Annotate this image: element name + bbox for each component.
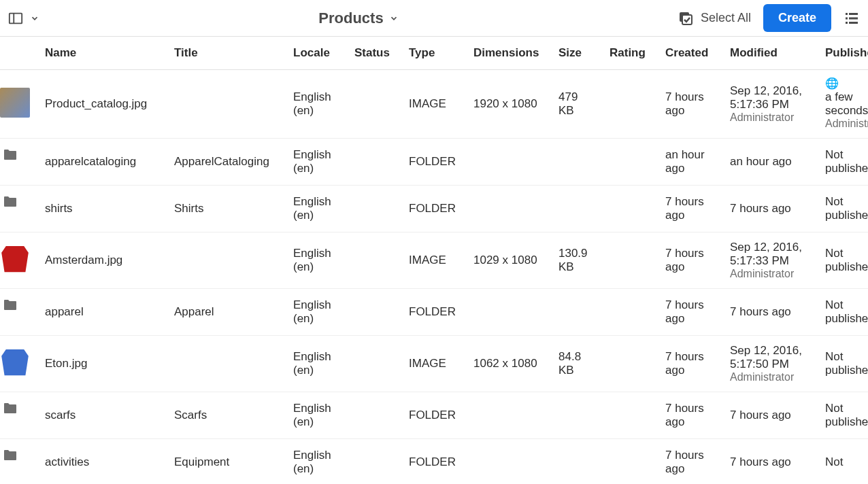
- cell-name: apparelcataloging: [38, 139, 167, 186]
- cell-dimensions: [467, 392, 552, 439]
- col-type[interactable]: Type: [402, 37, 467, 70]
- col-published[interactable]: Published: [818, 37, 868, 70]
- cell-thumb: [0, 392, 38, 439]
- cell-status: [348, 392, 402, 439]
- cell-dimensions: [467, 186, 552, 232]
- col-modified[interactable]: Modified: [723, 37, 818, 70]
- table-row[interactable]: Eton.jpgEnglish (en)IMAGE1062 x 108084.8…: [0, 336, 868, 392]
- modified-time: Sep 12, 2016, 5:17:36 PM: [730, 84, 802, 111]
- cell-type: IMAGE: [402, 232, 467, 289]
- cell-created: 7 hours ago: [658, 336, 723, 392]
- published-time: Not published: [825, 195, 868, 222]
- col-dimensions[interactable]: Dimensions: [467, 37, 552, 70]
- cell-status: [348, 336, 402, 392]
- svg-rect-5: [849, 13, 858, 15]
- cell-published: Not published: [818, 232, 868, 289]
- cell-locale: English (en): [286, 289, 348, 336]
- cell-size: [552, 439, 603, 485]
- cell-created: 7 hours ago: [658, 232, 723, 289]
- col-created[interactable]: Created: [658, 37, 723, 70]
- breadcrumb[interactable]: Products: [49, 10, 668, 27]
- cell-locale: English (en): [286, 70, 348, 139]
- view-switcher-icon[interactable]: [844, 10, 860, 27]
- table-row[interactable]: Amsterdam.jpgEnglish (en)IMAGE1029 x 108…: [0, 232, 868, 289]
- cell-created: 7 hours ago: [658, 70, 723, 139]
- cell-dimensions: [467, 439, 552, 485]
- cell-modified: 7 hours ago: [723, 186, 818, 232]
- asset-table: Name Title Locale Status Type Dimensions…: [0, 37, 868, 484]
- cell-status: [348, 439, 402, 485]
- cell-created: 7 hours ago: [658, 392, 723, 439]
- cell-title: Scarfs: [167, 392, 286, 439]
- cell-rating: [603, 289, 658, 336]
- modified-time: 7 hours ago: [730, 455, 791, 468]
- rail-dropdown-icon[interactable]: [30, 14, 39, 23]
- table-row[interactable]: scarfsScarfsEnglish (en)FOLDER7 hours ag…: [0, 392, 868, 439]
- cell-title: Equipment: [167, 439, 286, 485]
- cell-type: IMAGE: [402, 70, 467, 139]
- cell-title: [167, 336, 286, 392]
- published-time: Not: [825, 455, 843, 468]
- cell-size: [552, 139, 603, 186]
- folder-icon: [0, 447, 30, 477]
- modified-by: Administrator: [730, 371, 812, 383]
- modified-time: 7 hours ago: [730, 202, 791, 215]
- folder-icon: [0, 147, 30, 177]
- cell-rating: [603, 139, 658, 186]
- svg-rect-4: [846, 13, 848, 15]
- select-all-button[interactable]: Select All: [678, 10, 751, 27]
- cell-rating: [603, 392, 658, 439]
- cell-name: scarfs: [38, 392, 167, 439]
- cell-published: 🌐a few seconds agoAdministrator: [818, 70, 868, 139]
- table-row[interactable]: apparelcatalogingApparelCatalogingEnglis…: [0, 139, 868, 186]
- cell-dimensions: [467, 289, 552, 336]
- table-row[interactable]: shirtsShirtsEnglish (en)FOLDER7 hours ag…: [0, 186, 868, 232]
- cell-created: 7 hours ago: [658, 186, 723, 232]
- cell-status: [348, 289, 402, 336]
- col-thumb[interactable]: [0, 37, 38, 70]
- table-row[interactable]: Product_catalog.jpgEnglish (en)IMAGE1920…: [0, 70, 868, 139]
- cell-type: FOLDER: [402, 392, 467, 439]
- create-button[interactable]: Create: [763, 4, 831, 32]
- col-locale[interactable]: Locale: [286, 37, 348, 70]
- cell-size: 84.8 KB: [552, 336, 603, 392]
- col-title[interactable]: Title: [167, 37, 286, 70]
- rail-toggle-icon[interactable]: [8, 11, 23, 26]
- table-row[interactable]: activitiesEquipmentEnglish (en)FOLDER7 h…: [0, 439, 868, 485]
- cell-locale: English (en): [286, 232, 348, 289]
- col-status[interactable]: Status: [348, 37, 402, 70]
- published-by: Administrator: [825, 118, 868, 130]
- folder-icon: [0, 194, 30, 224]
- cell-dimensions: 1029 x 1080: [467, 232, 552, 289]
- cell-published: Not published: [818, 336, 868, 392]
- globe-icon: 🌐: [825, 78, 868, 89]
- cell-title: Shirts: [167, 186, 286, 232]
- cell-name: Product_catalog.jpg: [38, 70, 167, 139]
- cell-name: Amsterdam.jpg: [38, 232, 167, 289]
- col-name[interactable]: Name: [38, 37, 167, 70]
- select-all-label: Select All: [701, 11, 751, 25]
- cell-status: [348, 70, 402, 139]
- thumbnail-image: [0, 88, 30, 118]
- cell-modified: 7 hours ago: [723, 289, 818, 336]
- cell-thumb: [0, 139, 38, 186]
- cell-modified: Sep 12, 2016, 5:17:33 PMAdministrator: [723, 232, 818, 289]
- modified-by: Administrator: [730, 268, 812, 280]
- cell-title: [167, 232, 286, 289]
- folder-icon: [0, 297, 30, 327]
- modified-by: Administrator: [730, 111, 812, 124]
- cell-title: ApparelCataloging: [167, 139, 286, 186]
- cell-modified: Sep 12, 2016, 5:17:50 PMAdministrator: [723, 336, 818, 392]
- cell-name: activities: [38, 439, 167, 485]
- cell-thumb: [0, 336, 38, 392]
- table-row[interactable]: apparelApparelEnglish (en)FOLDER7 hours …: [0, 289, 868, 336]
- col-size[interactable]: Size: [552, 37, 603, 70]
- cell-type: FOLDER: [402, 139, 467, 186]
- col-rating[interactable]: Rating: [603, 37, 658, 70]
- modified-time: an hour ago: [730, 155, 792, 168]
- cell-thumb: [0, 186, 38, 232]
- cell-rating: [603, 439, 658, 485]
- cell-modified: Sep 12, 2016, 5:17:36 PMAdministrator: [723, 70, 818, 139]
- published-time: a few seconds ago: [825, 90, 868, 117]
- cell-status: [348, 139, 402, 186]
